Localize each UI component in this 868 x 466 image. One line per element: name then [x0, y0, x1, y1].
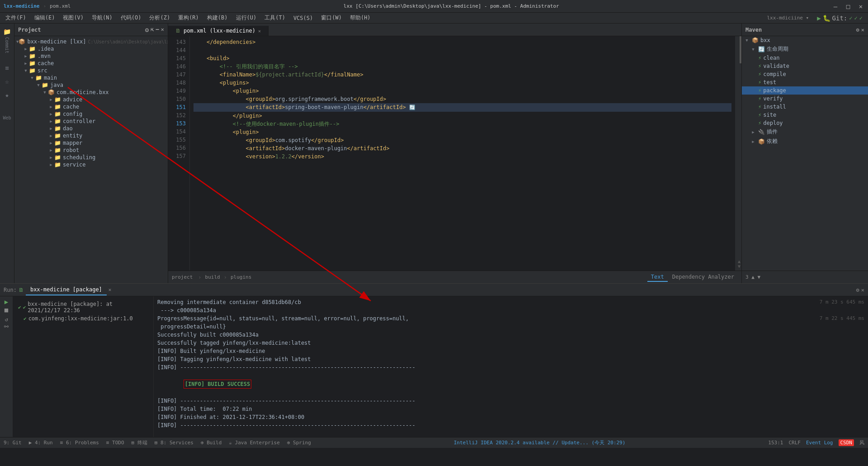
sidebar-icon-project[interactable]: 📁 — [1, 25, 14, 38]
maven-item-compile[interactable]: ⚡ compile — [742, 70, 868, 78]
menubar: 文件(F) 编辑(E) 视图(V) 导航(N) 代码(O) 分析(Z) 重构(R… — [0, 13, 868, 24]
status-event-log[interactable]: Event Log — [806, 440, 833, 446]
run-button[interactable]: ▶ — [817, 14, 821, 22]
run-tab-close-icon[interactable]: ✕ — [108, 287, 112, 293]
menu-navigate[interactable]: 导航(N) — [88, 13, 116, 23]
status-spring[interactable]: ⊕ Spring — [287, 440, 311, 446]
status-todo[interactable]: ≡ TODO — [106, 440, 124, 446]
status-terminal[interactable]: ⊞ 终端 — [132, 439, 147, 446]
tree-item-dao[interactable]: ▶ 📁 dao — [14, 125, 168, 132]
maven-label-deps: 依赖 — [767, 138, 778, 145]
maven-label-clean: clean — [763, 55, 779, 61]
maven-item-site[interactable]: ⚡ site — [742, 111, 868, 119]
bottom-settings-icon[interactable]: ⚙ — [856, 287, 859, 293]
project-panel-header: Project ⚙ ⇱ — ✕ — [14, 24, 168, 36]
close-button[interactable]: ✕ — [857, 3, 864, 10]
sidebar-icon-bookmark[interactable]: ☆ — [1, 75, 14, 88]
menu-tools[interactable]: 工具(T) — [261, 13, 289, 23]
code-view[interactable]: </dependencies> <build> <!-- 引用我们的项目名字 -… — [190, 36, 735, 271]
menu-code[interactable]: 代码(O) — [117, 13, 145, 23]
git-icon[interactable]: Git: — [832, 14, 848, 22]
tab-dependency[interactable]: Dependency Analyzer — [669, 273, 738, 282]
run-item-package[interactable]: ✔ ✔ bxx-medicine [package]: at 2021/12/1… — [14, 300, 151, 314]
maven-item-deploy[interactable]: ⚡ deploy — [742, 119, 868, 127]
menu-build[interactable]: 构建(B) — [203, 13, 231, 23]
tree-item-src[interactable]: ▼ 📁 src — [14, 67, 168, 74]
debug-button[interactable]: 🐛 — [823, 14, 830, 22]
status-git[interactable]: 9: Git — [4, 440, 22, 446]
tree-item-java[interactable]: ▼ 📁 java — [14, 81, 168, 89]
maven-item-test[interactable]: ⚡ test — [742, 78, 868, 86]
timing-1: 7 m 23 s 645 ms — [820, 298, 864, 306]
maven-item-plugins[interactable]: ▶ 🔌 插件 — [742, 127, 868, 137]
bottom-run-icon[interactable]: ▶ — [5, 298, 8, 305]
sidebar-icon-favorites[interactable]: ★ — [1, 89, 14, 101]
tree-item-controller[interactable]: ▶ 📁 controller — [14, 118, 168, 125]
tree-item-robot[interactable]: ▶ 📁 robot — [14, 147, 168, 154]
tree-item-entity[interactable]: ▶ 📁 entity — [14, 132, 168, 139]
status-csdn[interactable]: CSDN — [839, 439, 854, 446]
bottom-stop-icon[interactable]: ■ — [5, 306, 8, 314]
status-java[interactable]: ☕ Java Enterprise — [229, 440, 280, 446]
bottom-tab-run[interactable]: bxx-medicine [package] — [26, 285, 107, 295]
maven-settings-icon[interactable]: ⚙ — [856, 27, 859, 33]
tree-item-main[interactable]: ▼ 📁 main — [14, 74, 168, 81]
maven-item-validate[interactable]: ⚡ validate — [742, 62, 868, 70]
editor-area: 🗎 pom.xml (lxx-medicine) ✕ 143 144 145 1… — [168, 24, 741, 283]
tree-item-cache[interactable]: ▶ 📁 cache — [14, 60, 168, 67]
maven-item-install[interactable]: ⚡ install — [742, 103, 868, 111]
maven-item-bxx[interactable]: ▼ 📦 bxx — [742, 36, 868, 44]
maven-item-clean[interactable]: ⚡ clean — [742, 54, 868, 62]
editor-tab-close-icon[interactable]: ✕ — [258, 29, 261, 33]
maven-close-icon[interactable]: ✕ — [861, 27, 864, 33]
minimize-button[interactable]: – — [832, 3, 839, 10]
project-close-icon[interactable]: ✕ — [161, 26, 164, 33]
menu-window[interactable]: 窗口(W) — [317, 13, 345, 23]
console-output[interactable]: Removing intermediate container d8581db6… — [154, 296, 868, 437]
tree-item-scheduling[interactable]: ▶ 📁 scheduling — [14, 154, 168, 161]
project-expand-icon[interactable]: ⇱ — [151, 26, 154, 33]
maven-item-package[interactable]: ⚡ package — [742, 86, 868, 95]
tree-item-cache2[interactable]: ▶ 📁 cache — [14, 103, 168, 110]
sidebar-icon-structure[interactable]: ≡ — [1, 62, 14, 74]
tree-item-idea[interactable]: ▶ 📁 .idea — [14, 45, 168, 52]
bottom-rerun-icon[interactable]: ↺ — [5, 316, 8, 323]
tree-item-root[interactable]: ▼ 📦 bxx-medicine [lxx] C:\Users\admin\De… — [14, 38, 168, 45]
menu-vcs[interactable]: VCS(S) — [290, 14, 316, 22]
line-num-147: 147 — [168, 71, 186, 79]
status-problems[interactable]: ≡ 6: Problems — [60, 440, 99, 446]
tree-item-service[interactable]: ▶ 📁 service — [14, 161, 168, 168]
tab-text[interactable]: Text — [647, 273, 668, 282]
menu-refactor[interactable]: 重构(R) — [175, 13, 203, 23]
run-item-jar[interactable]: ✔ com.yinfeng:lxx-medicine:jar:1.0 — [14, 314, 151, 323]
status-services[interactable]: ⊞ 8: Services — [155, 440, 193, 446]
tree-item-mapper[interactable]: ▶ 📁 mapper — [14, 139, 168, 147]
maximize-button[interactable]: □ — [844, 3, 852, 10]
menu-view[interactable]: 视图(V) — [59, 13, 87, 23]
editor-scrollbar[interactable]: ▲▼ — [735, 36, 741, 271]
tree-item-config[interactable]: ▶ 📁 config — [14, 110, 168, 118]
project-settings-icon[interactable]: ⚙ — [145, 26, 149, 33]
tree-item-com[interactable]: ▼ 📦 com.medicine.bxx — [14, 89, 168, 96]
menu-help[interactable]: 帮助(H) — [346, 13, 374, 23]
tree-item-mvn[interactable]: ▶ 📁 .mvn — [14, 52, 168, 60]
run-icon: 🗎 — [19, 287, 24, 293]
sidebar-icon-commit[interactable]: Commit — [1, 39, 14, 52]
menu-run[interactable]: 运行(U) — [232, 13, 260, 23]
bottom-close-icon[interactable]: ✕ — [861, 287, 864, 293]
status-build[interactable]: ⊕ Build — [201, 440, 222, 446]
maven-item-verify[interactable]: ⚡ verify — [742, 95, 868, 103]
project-collapse-icon[interactable]: — — [156, 26, 159, 33]
line-num-155: 155 — [168, 136, 186, 144]
bottom-filter-icon[interactable]: ⚯ — [4, 323, 9, 330]
menu-analyze[interactable]: 分析(Z) — [146, 13, 174, 23]
tree-item-advice[interactable]: ▶ 📁 advice — [14, 96, 168, 103]
editor-tab-pom[interactable]: 🗎 pom.xml (lxx-medicine) ✕ — [168, 26, 269, 36]
menu-edit[interactable]: 编辑(E) — [31, 13, 59, 23]
menu-file[interactable]: 文件(F) — [2, 13, 30, 23]
maven-item-deps[interactable]: ▶ 📦 依赖 — [742, 137, 868, 146]
sidebar-icon-web[interactable]: Web — [1, 111, 14, 124]
tree-label-scheduling: scheduling — [63, 154, 95, 161]
status-run[interactable]: ▶ 4: Run — [29, 440, 53, 446]
maven-item-lifecycle[interactable]: ▼ 🔄 生命周期 — [742, 44, 868, 54]
